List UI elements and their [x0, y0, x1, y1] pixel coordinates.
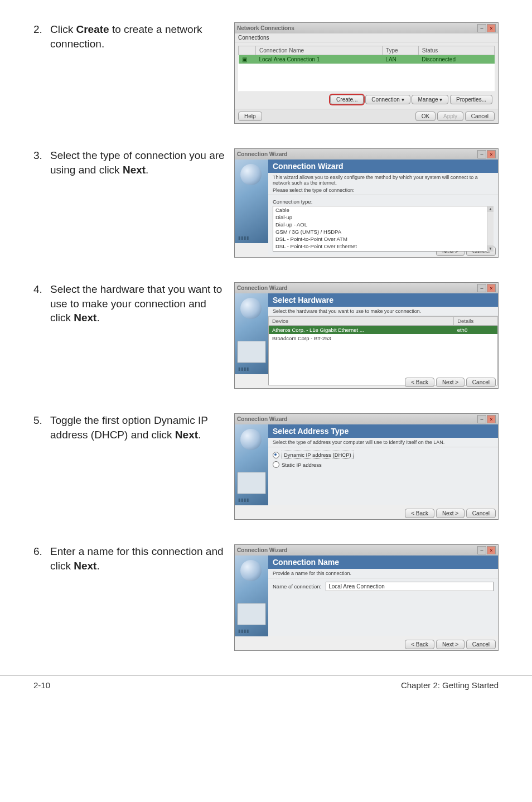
plug-icon: ▮▮▮▮ [238, 235, 263, 242]
connection-icon: ▣ [239, 55, 256, 64]
dhcp-label: Dynamic IP address (DHCP) [282, 451, 354, 459]
close-icon[interactable]: × [487, 150, 496, 158]
close-icon[interactable]: × [487, 546, 496, 554]
cancel-button[interactable]: Cancel [466, 378, 496, 387]
help-button[interactable]: Help [238, 112, 262, 121]
monitor-icon [237, 472, 266, 494]
connections-menu[interactable]: Connections [235, 33, 498, 42]
apply-button: Apply [437, 112, 463, 121]
cancel-button[interactable]: Cancel [465, 112, 495, 121]
step-4-text: 4. Select the hardware that you want to … [33, 282, 229, 325]
next-button[interactable]: Next > [436, 640, 465, 649]
wizard-title: Select Hardware [268, 293, 498, 307]
window-title: Connection Wizard [237, 151, 287, 157]
connections-table: Connection Name Type Status ▣ Local Area… [238, 46, 495, 91]
list-item[interactable]: Cable [273, 206, 493, 214]
connection-name-input[interactable]: Local Area Connection [326, 582, 494, 591]
list-item[interactable]: Wireless Point-to-Point Over Ethernet [273, 250, 493, 252]
wizard-title: Connection Wizard [268, 160, 498, 173]
close-icon[interactable]: × [487, 284, 496, 292]
wizard-sidebar-image: ▮▮▮▮ [235, 555, 268, 636]
monitor-icon [237, 341, 266, 363]
close-icon[interactable]: × [487, 415, 496, 423]
page-number: 2-10 [33, 680, 50, 690]
step-body: Enter a name for this connection and cli… [50, 544, 229, 573]
step-body: Toggle the first option Dynamic IP addre… [50, 413, 229, 442]
connection-type-listbox[interactable]: Cable Dial-up Dial-up - AOL GSM / 3G (UM… [273, 206, 494, 252]
list-item[interactable]: DSL - Point-to-Point Over Ethernet [273, 243, 493, 250]
connection-wizard-window: Connection Wizard – × ▮▮▮▮ Connection Na… [234, 544, 499, 651]
radio-icon [273, 452, 279, 458]
step-6-text: 6. Enter a name for this connection and … [33, 544, 229, 573]
connection-button[interactable]: Connection ▾ [365, 95, 410, 104]
minimize-icon[interactable]: – [477, 546, 486, 554]
network-connections-window: Network Connections – × Connections Conn… [234, 22, 499, 124]
globe-icon [240, 429, 262, 450]
step-2-text: 2. Click Create to create a network conn… [33, 22, 229, 51]
connection-wizard-window: Connection Wizard – × ▮▮▮▮ Select Addres… [234, 413, 499, 520]
minimize-icon[interactable]: – [477, 284, 486, 292]
static-radio[interactable]: Static IP address [273, 461, 494, 468]
dhcp-radio[interactable]: Dynamic IP address (DHCP) [273, 451, 494, 459]
create-button[interactable]: Create... [330, 95, 364, 104]
window-title: Connection Wizard [237, 285, 287, 291]
wizard-description: This wizard allows you to easily configu… [268, 173, 498, 195]
list-item[interactable]: GSM / 3G (UMTS) / HSDPA [273, 228, 493, 235]
next-button[interactable]: Next > [436, 509, 465, 518]
minimize-icon[interactable]: – [477, 150, 486, 158]
table-row[interactable]: Broadcom Corp - BT-253 [269, 334, 498, 342]
minimize-icon[interactable]: – [477, 415, 486, 423]
connection-wizard-window: Connection Wizard – × ▮▮▮▮ Select Hardwa… [234, 282, 499, 389]
table-row[interactable]: Atheros Corp. - L1e Gigabit Ethernet ...… [269, 326, 498, 335]
wizard-sidebar-image: ▮▮▮▮ [235, 293, 268, 374]
table-row[interactable]: ▣ Local Area Connection 1 LAN Disconnect… [239, 55, 495, 64]
back-button[interactable]: < Back [405, 509, 434, 518]
wizard-sidebar-image: ▮▮▮▮ [235, 160, 268, 243]
scroll-down-icon[interactable]: ▼ [487, 245, 494, 252]
col-details: Details [454, 317, 498, 326]
scrollbar[interactable]: ▲ ▼ [487, 206, 494, 252]
globe-icon [240, 560, 262, 581]
wizard-title: Select Address Type [268, 424, 498, 438]
list-item[interactable]: Dial-up - AOL [273, 221, 493, 228]
wizard-description: Select the type of address your computer… [268, 438, 498, 447]
radio-icon [273, 461, 279, 468]
step-3-text: 3. Select the type of connection you are… [33, 148, 229, 177]
scroll-up-icon[interactable]: ▲ [487, 206, 494, 212]
manage-button[interactable]: Manage ▾ [412, 95, 448, 104]
list-item[interactable]: DSL - Point-to-Point Over ATM [273, 235, 493, 243]
hardware-table: Device Details Atheros Corp. - L1e Gigab… [268, 316, 498, 385]
step-number: 2. [33, 22, 50, 51]
page-footer: 2-10 Chapter 2: Getting Started [0, 675, 532, 707]
minimize-icon[interactable]: – [477, 24, 486, 32]
wizard-description: Select the hardware that you want to use… [268, 307, 498, 316]
window-title: Connection Wizard [237, 416, 287, 422]
plug-icon: ▮▮▮▮ [238, 629, 263, 635]
back-button[interactable]: < Back [405, 640, 434, 649]
cancel-button[interactable]: Cancel [466, 509, 496, 518]
step-number: 6. [33, 544, 50, 573]
step-number: 4. [33, 282, 50, 325]
step-body: Click Create to create a network connect… [50, 22, 229, 51]
cancel-button[interactable]: Cancel [466, 640, 496, 649]
col-type: Type [382, 46, 418, 55]
close-icon[interactable]: × [487, 24, 496, 32]
wizard-description: Provide a name for this connection. [268, 569, 498, 578]
col-device: Device [269, 317, 454, 326]
next-button[interactable]: Next > [436, 378, 465, 387]
ok-button[interactable]: OK [415, 112, 436, 121]
col-status: Status [418, 46, 494, 55]
monitor-icon [237, 603, 266, 625]
static-label: Static IP address [282, 462, 322, 468]
wizard-sidebar-image: ▮▮▮▮ [235, 424, 268, 505]
name-label: Name of connection: [273, 583, 321, 590]
connection-wizard-window: Connection Wizard – × ▮▮▮▮ Connection Wi… [234, 148, 499, 258]
step-body: Select the type of connection you are us… [50, 148, 229, 177]
step-5-text: 5. Toggle the first option Dynamic IP ad… [33, 413, 229, 442]
connection-type-label: Connection type: [273, 199, 494, 205]
properties-button[interactable]: Properties... [450, 95, 492, 104]
back-button[interactable]: < Back [405, 378, 434, 387]
globe-icon [240, 298, 262, 319]
plug-icon: ▮▮▮▮ [238, 366, 263, 373]
list-item[interactable]: Dial-up [273, 214, 493, 221]
